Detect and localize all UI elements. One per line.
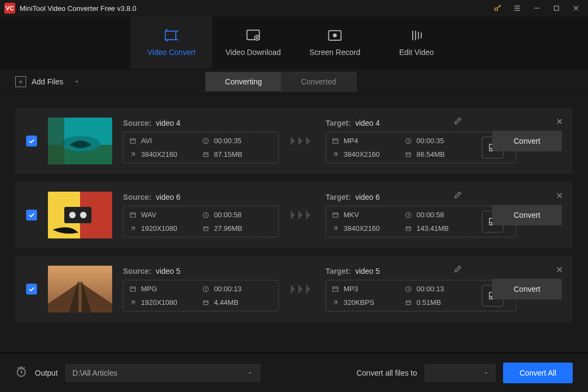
video-thumbnail xyxy=(48,192,112,238)
convert-button[interactable]: Convert xyxy=(492,131,562,151)
target-column: Target:video 6 MKV 00:00:58 3840X2160 14… xyxy=(326,193,516,237)
nav-video-download[interactable]: Video Download xyxy=(212,16,294,69)
target-size: 86.54MB xyxy=(416,150,445,158)
nav-screen-record[interactable]: Screen Record xyxy=(294,16,376,69)
edit-target-icon[interactable] xyxy=(454,191,462,201)
output-label: Output xyxy=(35,369,58,377)
svg-rect-26 xyxy=(333,212,338,217)
edit-target-icon[interactable] xyxy=(454,265,462,275)
remove-row-button[interactable]: ✕ xyxy=(556,265,563,275)
svg-point-6 xyxy=(333,34,336,36)
convert-all-button[interactable]: Convert All xyxy=(503,363,573,383)
source-column: Source:video 4 AVI 00:00:35 3840X2160 87… xyxy=(123,119,279,163)
nav-video-convert[interactable]: Video Convert xyxy=(131,16,212,69)
source-format: MPG xyxy=(141,285,157,293)
source-size: 4.44MB xyxy=(214,298,238,307)
svg-point-22 xyxy=(80,212,87,218)
target-label: Target: xyxy=(326,193,351,201)
add-files-dropdown[interactable] xyxy=(72,77,82,87)
video-thumbnail xyxy=(48,266,112,313)
source-size: 27.96MB xyxy=(214,224,242,232)
arrow-icon xyxy=(290,136,315,146)
key-icon[interactable] xyxy=(490,1,505,16)
svg-rect-31 xyxy=(78,282,82,313)
nav-edit-video[interactable]: Edit Video xyxy=(376,16,457,69)
row-checkbox[interactable] xyxy=(26,136,37,146)
target-format: MP4 xyxy=(344,137,358,145)
convert-button[interactable]: Convert xyxy=(492,205,562,225)
target-size: 0.51MB xyxy=(416,298,441,307)
nav-label: Screen Record xyxy=(309,48,360,57)
svg-point-0 xyxy=(495,8,498,10)
remove-row-button[interactable]: ✕ xyxy=(556,191,563,201)
row-checkbox[interactable] xyxy=(26,284,37,295)
svg-rect-2 xyxy=(166,31,176,40)
arrow-icon xyxy=(290,284,315,295)
svg-rect-17 xyxy=(406,152,411,156)
menu-icon[interactable] xyxy=(510,1,525,16)
nav-label: Video Download xyxy=(225,48,281,57)
toolbar: + Add Files Converting Converted xyxy=(0,69,588,95)
tab-converted[interactable]: Converted xyxy=(281,72,356,91)
target-format: MKV xyxy=(344,211,359,219)
svg-rect-14 xyxy=(333,138,338,143)
target-spec-box: MP3 00:00:13 320KBPS 0.51MB xyxy=(326,280,516,311)
svg-rect-32 xyxy=(130,286,135,291)
convert-all-to-label: Convert all files to xyxy=(357,369,417,377)
target-size: 143.41MB xyxy=(416,224,449,232)
svg-rect-10 xyxy=(48,118,64,164)
source-label: Source: xyxy=(123,267,151,275)
source-resolution: 3840X2160 xyxy=(141,150,177,158)
convert-all-format-select[interactable] xyxy=(425,364,495,382)
target-name: video 6 xyxy=(355,193,379,201)
tab-converting[interactable]: Converting xyxy=(206,72,281,91)
convert-button[interactable]: Convert xyxy=(492,279,562,299)
svg-rect-34 xyxy=(204,301,208,304)
target-duration: 00:00:58 xyxy=(416,211,444,219)
target-column: Target:video 5 MP3 00:00:13 320KBPS 0.51… xyxy=(326,267,516,311)
minimize-button[interactable] xyxy=(529,1,544,16)
remove-row-button[interactable]: ✕ xyxy=(556,117,563,127)
nav-label: Video Convert xyxy=(148,48,195,57)
source-duration: 00:00:35 xyxy=(214,137,242,145)
target-resolution: 3840X2160 xyxy=(344,150,380,158)
top-nav: Video Convert Video Download Screen Reco… xyxy=(0,16,588,69)
target-format: MP3 xyxy=(344,285,358,293)
source-name: video 4 xyxy=(156,119,180,127)
schedule-icon[interactable] xyxy=(15,366,27,379)
svg-rect-1 xyxy=(554,6,559,10)
source-spec-box: AVI 00:00:35 3840X2160 87.15MB xyxy=(123,132,279,163)
source-resolution: 1920X1080 xyxy=(141,224,177,232)
target-label: Target: xyxy=(326,267,351,275)
output-path-value: D:\All Articles xyxy=(72,369,117,377)
app-logo: VC xyxy=(4,3,15,14)
target-name: video 4 xyxy=(355,119,379,127)
target-resolution: 3840X2160 xyxy=(344,224,380,232)
output-path-select[interactable]: D:\All Articles xyxy=(65,364,260,382)
maximize-button[interactable] xyxy=(549,1,564,16)
target-label: Target: xyxy=(326,119,351,127)
footer: Output D:\All Articles Convert all files… xyxy=(0,353,588,392)
conversion-row: Source:video 5 MPG 00:00:13 1920X1080 4.… xyxy=(15,256,573,322)
svg-rect-25 xyxy=(204,226,208,230)
source-spec-box: WAV 00:00:58 1920X1080 27.96MB xyxy=(123,206,279,237)
edit-icon xyxy=(409,28,424,42)
nav-label: Edit Video xyxy=(399,48,434,57)
source-column: Source:video 6 WAV 00:00:58 1920X1080 27… xyxy=(123,193,279,237)
add-files-button[interactable]: + Add Files xyxy=(15,76,63,87)
svg-rect-35 xyxy=(333,286,338,291)
source-resolution: 1920X1080 xyxy=(141,298,177,307)
conversion-row: Source:video 4 AVI 00:00:35 3840X2160 87… xyxy=(15,108,573,174)
edit-target-icon[interactable] xyxy=(454,117,462,127)
source-format: AVI xyxy=(141,137,152,145)
close-button[interactable] xyxy=(568,1,584,16)
source-format: WAV xyxy=(141,211,156,219)
svg-rect-29 xyxy=(406,226,411,230)
record-icon xyxy=(327,28,342,42)
source-column: Source:video 5 MPG 00:00:13 1920X1080 4.… xyxy=(123,267,279,311)
row-checkbox[interactable] xyxy=(26,210,37,220)
convert-icon xyxy=(164,28,179,42)
source-duration: 00:00:58 xyxy=(214,211,242,219)
svg-rect-38 xyxy=(406,301,411,304)
plus-box-icon: + xyxy=(15,76,26,87)
